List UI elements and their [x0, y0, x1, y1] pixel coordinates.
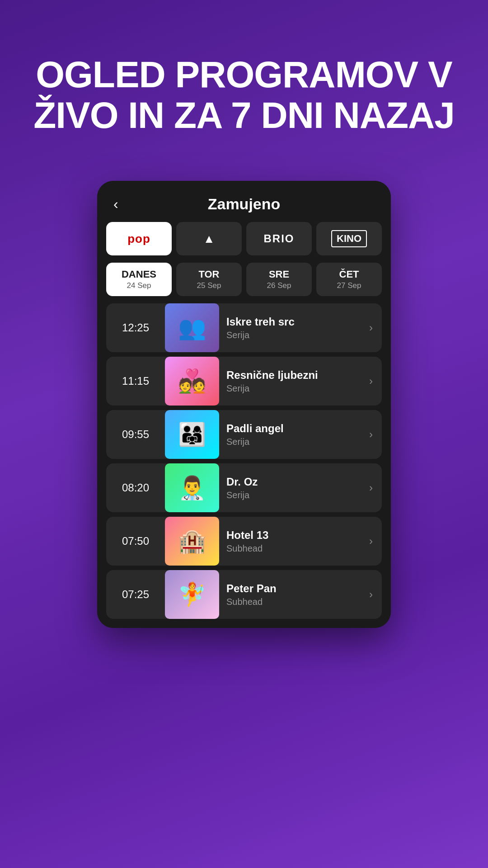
program-subtitle: Serija: [226, 383, 362, 394]
day-tab-danes[interactable]: DANES 24 Sep: [106, 263, 172, 296]
program-title: Iskre treh src: [226, 316, 362, 328]
day-tab-cet[interactable]: ČET 27 Sep: [316, 263, 382, 296]
chevron-right-icon: ›: [369, 535, 382, 547]
program-title: Padli angel: [226, 422, 362, 435]
day-name-sre: SRE: [269, 269, 289, 280]
day-date-sre: 26 Sep: [267, 281, 291, 290]
brio-logo-text: BRIO: [264, 232, 295, 245]
day-date-cet: 27 Sep: [337, 281, 361, 290]
thumb-figure: 👨‍⚕️: [178, 476, 206, 499]
play-icon: ▲: [203, 232, 215, 246]
program-title: Resnične ljubezni: [226, 369, 362, 382]
thumb-figure: 👥: [178, 316, 206, 339]
program-subtitle: Serija: [226, 490, 362, 500]
program-row[interactable]: 11:15 💑 Resnične ljubezni Serija ›: [106, 357, 382, 406]
kino-logo-text: KINO: [331, 230, 367, 247]
card-header: ‹ Zamujeno: [97, 181, 391, 222]
phone-card: ‹ Zamujeno pop ▲ BRIO KINO DANES 24 Sep …: [97, 181, 391, 628]
program-thumbnail: 👨‍⚕️: [165, 463, 219, 512]
program-row[interactable]: 12:25 👥 Iskre treh src Serija ›: [106, 303, 382, 352]
program-time: 11:15: [106, 375, 165, 387]
program-row[interactable]: 08:20 👨‍⚕️ Dr. Oz Serija ›: [106, 463, 382, 512]
program-time: 07:50: [106, 535, 165, 547]
day-name-tor: TOR: [198, 269, 219, 280]
program-subtitle: Subhead: [226, 597, 362, 607]
program-subtitle: Serija: [226, 330, 362, 340]
thumb-figure: 🧚: [178, 583, 206, 606]
program-info: Resnične ljubezni Serija: [219, 369, 369, 394]
day-name-danes: DANES: [122, 269, 156, 280]
channel-tab-pop[interactable]: pop: [106, 222, 172, 255]
program-thumbnail: 👨‍👩‍👧: [165, 410, 219, 459]
program-title: Peter Pan: [226, 582, 362, 595]
program-info: Iskre treh src Serija: [219, 316, 369, 340]
channel-tab-brio[interactable]: BRIO: [246, 222, 312, 255]
program-row[interactable]: 09:55 👨‍👩‍👧 Padli angel Serija ›: [106, 410, 382, 459]
program-time: 07:25: [106, 588, 165, 601]
program-title: Hotel 13: [226, 529, 362, 542]
day-tab-sre[interactable]: SRE 26 Sep: [246, 263, 312, 296]
chevron-right-icon: ›: [369, 321, 382, 334]
program-subtitle: Subhead: [226, 543, 362, 554]
back-button[interactable]: ‹: [113, 196, 118, 212]
program-row[interactable]: 07:25 🧚 Peter Pan Subhead ›: [106, 570, 382, 619]
program-time: 09:55: [106, 428, 165, 441]
channel-tabs: pop ▲ BRIO KINO: [97, 222, 391, 263]
program-subtitle: Serija: [226, 437, 362, 447]
channel-tab-play[interactable]: ▲: [176, 222, 242, 255]
program-time: 12:25: [106, 321, 165, 334]
chevron-right-icon: ›: [369, 428, 382, 441]
program-row[interactable]: 07:50 🏨 Hotel 13 Subhead ›: [106, 517, 382, 566]
day-name-cet: ČET: [339, 269, 359, 280]
day-tab-tor[interactable]: TOR 25 Sep: [176, 263, 242, 296]
day-date-tor: 25 Sep: [197, 281, 221, 290]
hero-title: OGLED PROGRAMOV V ŽIVO IN ZA 7 DNI NAZAJ: [27, 54, 461, 136]
program-thumbnail: 🧚: [165, 570, 219, 619]
chevron-right-icon: ›: [369, 588, 382, 601]
chevron-right-icon: ›: [369, 375, 382, 387]
program-thumbnail: 🏨: [165, 517, 219, 566]
day-tabs: DANES 24 Sep TOR 25 Sep SRE 26 Sep ČET 2…: [97, 263, 391, 303]
thumb-figure: 👨‍👩‍👧: [178, 423, 206, 446]
program-thumbnail: 👥: [165, 303, 219, 352]
thumb-figure: 🏨: [178, 530, 206, 552]
card-title: Zamujeno: [208, 195, 281, 213]
thumb-figure: 💑: [178, 370, 206, 392]
programs-list: 12:25 👥 Iskre treh src Serija › 11:15 💑 …: [97, 303, 391, 628]
program-title: Dr. Oz: [226, 476, 362, 488]
program-info: Padli angel Serija: [219, 422, 369, 447]
hero-section: OGLED PROGRAMOV V ŽIVO IN ZA 7 DNI NAZAJ: [0, 0, 488, 163]
program-info: Hotel 13 Subhead: [219, 529, 369, 554]
channel-tab-kino[interactable]: KINO: [316, 222, 382, 255]
program-info: Peter Pan Subhead: [219, 582, 369, 607]
program-info: Dr. Oz Serija: [219, 476, 369, 500]
program-time: 08:20: [106, 481, 165, 494]
chevron-right-icon: ›: [369, 481, 382, 494]
pop-logo-text: pop: [127, 232, 150, 246]
day-date-danes: 24 Sep: [127, 281, 151, 290]
program-thumbnail: 💑: [165, 357, 219, 406]
